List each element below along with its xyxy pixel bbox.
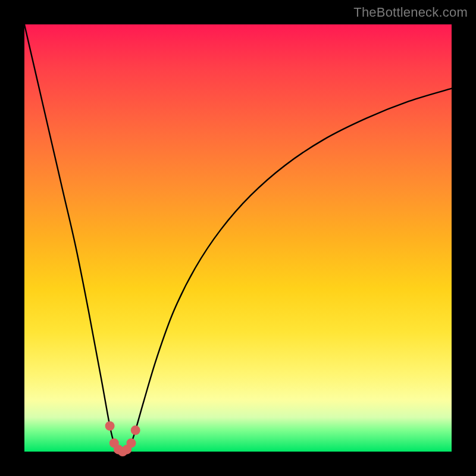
minimum-marker <box>105 421 115 431</box>
curve-layer <box>24 24 452 452</box>
watermark-text: TheBottleneck.com <box>353 5 468 20</box>
minimum-band <box>105 421 140 456</box>
bottleneck-curve <box>24 24 452 452</box>
minimum-marker <box>127 439 136 448</box>
outer-frame: TheBottleneck.com <box>0 0 476 476</box>
minimum-marker <box>131 425 140 435</box>
plot-area <box>24 24 452 452</box>
